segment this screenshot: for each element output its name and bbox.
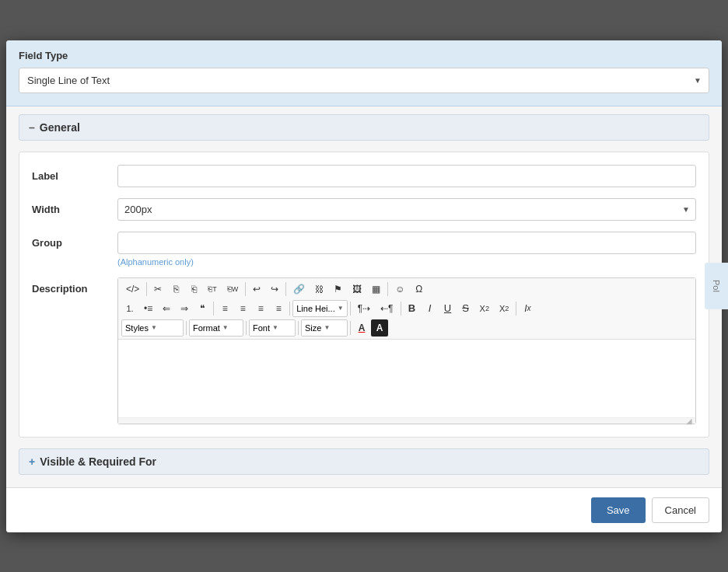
paste-text-button[interactable]: ⎗T bbox=[203, 281, 222, 298]
field-type-select[interactable]: Single Line of Text Multi Line of Text N… bbox=[19, 68, 709, 93]
link-button[interactable]: 🔗 bbox=[289, 281, 310, 298]
width-row: Width 100px 150px 200px 250px 300px 400p… bbox=[32, 198, 696, 221]
italic-button[interactable]: I bbox=[422, 300, 439, 317]
visible-section-toggle: + bbox=[29, 455, 35, 468]
group-input[interactable] bbox=[117, 232, 696, 254]
separator-12 bbox=[298, 321, 299, 335]
superscript-button[interactable]: X2 bbox=[495, 300, 513, 317]
description-row: Description </> ✂ ⎘ ⎗ bbox=[32, 277, 696, 424]
separator-8 bbox=[401, 302, 401, 316]
field-type-section: Field Type Single Line of Text Multi Lin… bbox=[6, 40, 722, 106]
general-section-title: General bbox=[40, 121, 80, 134]
unordered-list-button[interactable]: •≡ bbox=[139, 300, 157, 317]
description-field-label: Description bbox=[32, 277, 117, 295]
rtl-button[interactable]: ⇠¶ bbox=[376, 300, 397, 317]
right-edge-partial: Pol bbox=[705, 263, 728, 309]
separator-2 bbox=[245, 282, 246, 296]
strikethrough-button[interactable]: S bbox=[457, 300, 474, 317]
toolbar-row-3: Styles Format Font bbox=[121, 319, 692, 337]
general-form: Label Width 100px 150px 200px bbox=[19, 152, 709, 438]
special-char-button[interactable]: Ω bbox=[411, 281, 428, 298]
group-field-label: Group bbox=[32, 232, 117, 249]
group-helper-text: (Alphanumeric only) bbox=[117, 257, 696, 267]
separator-9 bbox=[516, 302, 516, 316]
styles-dropdown[interactable]: Styles bbox=[121, 319, 184, 337]
styles-label: Styles bbox=[125, 323, 149, 333]
separator-7 bbox=[350, 302, 351, 316]
underline-button[interactable]: U bbox=[439, 300, 457, 317]
modal-footer: Save Cancel bbox=[6, 487, 722, 532]
align-left-button[interactable]: ≡ bbox=[216, 300, 233, 317]
group-row: Group (Alphanumeric only) bbox=[32, 232, 696, 267]
label-field-label: Label bbox=[32, 165, 117, 182]
subscript-button[interactable]: X2 bbox=[475, 300, 494, 317]
separator-3 bbox=[285, 282, 286, 296]
copy-button[interactable]: ⎘ bbox=[167, 281, 184, 298]
width-select-wrapper: 100px 150px 200px 250px 300px 400px 500p… bbox=[117, 198, 696, 221]
highlight-button[interactable]: A bbox=[371, 319, 388, 337]
save-button[interactable]: Save bbox=[591, 497, 646, 523]
group-field-control: (Alphanumeric only) bbox=[117, 232, 696, 267]
label-field-control bbox=[117, 165, 696, 187]
separator-10 bbox=[186, 321, 187, 335]
separator-6 bbox=[289, 302, 290, 316]
emoji-button[interactable]: ☺ bbox=[390, 281, 409, 298]
editor-toolbar: </> ✂ ⎘ ⎗ ⎗T ⎗W ↩ ↪ bbox=[118, 278, 695, 340]
font-color-button[interactable]: A bbox=[353, 319, 370, 337]
table-button[interactable]: ▦ bbox=[367, 281, 385, 298]
separator-13 bbox=[350, 321, 351, 335]
general-section-toggle[interactable]: – bbox=[29, 121, 35, 134]
label-input[interactable] bbox=[117, 165, 696, 187]
align-center-button[interactable]: ≡ bbox=[234, 300, 251, 317]
align-right-button[interactable]: ≡ bbox=[252, 300, 269, 317]
paste-button[interactable]: ⎗ bbox=[185, 281, 202, 298]
cut-button[interactable]: ✂ bbox=[149, 281, 166, 298]
font-dropdown[interactable]: Font bbox=[249, 319, 296, 337]
blockquote-button[interactable]: ❝ bbox=[194, 300, 211, 317]
toolbar-row-1: </> ✂ ⎘ ⎗ ⎗T ⎗W ↩ ↪ bbox=[121, 281, 692, 298]
label-row: Label bbox=[32, 165, 696, 187]
indent-decrease-button[interactable]: ⇐ bbox=[158, 300, 175, 317]
size-dropdown[interactable]: Size bbox=[301, 319, 348, 337]
image-button[interactable]: 🖼 bbox=[348, 281, 366, 298]
modal-dialog: Field Type Single Line of Text Multi Lin… bbox=[6, 40, 722, 532]
editor-resize-handle[interactable] bbox=[118, 417, 695, 424]
separator-5 bbox=[213, 302, 214, 316]
paste-word-button[interactable]: ⎗W bbox=[222, 281, 243, 298]
visible-section-title: Visible & Required For bbox=[40, 455, 156, 468]
general-section-header: – General bbox=[19, 114, 709, 141]
width-field-label: Width bbox=[32, 198, 117, 215]
body-content: – General Label Width bbox=[6, 106, 722, 487]
line-height-dropdown[interactable]: Line Hei... bbox=[292, 300, 347, 317]
rich-text-editor: </> ✂ ⎘ ⎗ ⎗T ⎗W ↩ ↪ bbox=[117, 277, 696, 424]
font-label: Font bbox=[253, 323, 270, 333]
separator-1 bbox=[146, 282, 147, 296]
field-type-select-wrapper: Single Line of Text Multi Line of Text N… bbox=[19, 68, 709, 93]
ordered-list-button[interactable]: 1. bbox=[121, 300, 138, 317]
source-code-button[interactable]: </> bbox=[121, 281, 144, 298]
size-label: Size bbox=[305, 323, 321, 333]
align-justify-button[interactable]: ≡ bbox=[270, 300, 287, 317]
separator-11 bbox=[246, 321, 247, 335]
unlink-button[interactable]: ⛓ bbox=[310, 281, 328, 298]
editor-content-area[interactable] bbox=[118, 340, 695, 417]
cancel-button[interactable]: Cancel bbox=[652, 497, 709, 523]
width-select[interactable]: 100px 150px 200px 250px 300px 400px 500p… bbox=[117, 198, 696, 221]
format-dropdown[interactable]: Format bbox=[189, 319, 243, 337]
width-field-control: 100px 150px 200px 250px 300px 400px 500p… bbox=[117, 198, 696, 221]
separator-4 bbox=[387, 282, 388, 296]
visible-section-header[interactable]: + Visible & Required For bbox=[19, 448, 709, 475]
format-label: Format bbox=[193, 323, 220, 333]
bold-button[interactable]: B bbox=[404, 300, 421, 317]
redo-button[interactable]: ↪ bbox=[266, 281, 283, 298]
indent-increase-button[interactable]: ⇒ bbox=[176, 300, 193, 317]
flag-button[interactable]: ⚑ bbox=[329, 281, 347, 298]
field-type-label: Field Type bbox=[19, 50, 709, 61]
clear-format-button[interactable]: Ix bbox=[519, 300, 536, 317]
ltr-button[interactable]: ¶⇢ bbox=[353, 300, 375, 317]
undo-button[interactable]: ↩ bbox=[248, 281, 265, 298]
description-field-control: </> ✂ ⎘ ⎗ ⎗T ⎗W ↩ ↪ bbox=[117, 277, 696, 424]
toolbar-row-2: 1. •≡ ⇐ ⇒ ❝ ≡ ≡ ≡ ≡ bbox=[121, 300, 692, 317]
